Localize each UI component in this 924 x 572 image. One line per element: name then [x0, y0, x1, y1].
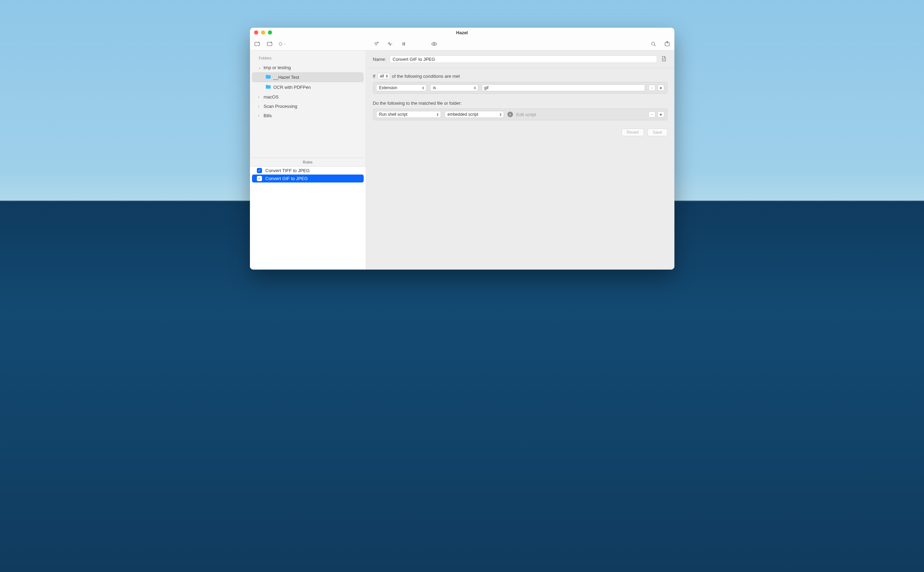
folder-group-tmp-or-testing[interactable]: ⌄ tmp or testing [250, 63, 366, 72]
rules-list: ✓ Convert TIFF to JPEG ✓ Convert GIF to … [250, 166, 366, 270]
rule-item-convert-gif[interactable]: ✓ Convert GIF to JPEG [252, 174, 364, 182]
rule-label: Convert GIF to JPEG [266, 176, 308, 181]
folder-label: __Hazel Test [274, 75, 299, 80]
folder-item-hazel-test[interactable]: __Hazel Test [252, 72, 364, 82]
folder-icon [265, 84, 271, 90]
preview-button[interactable] [430, 40, 438, 48]
condition-value-input[interactable] [482, 84, 645, 91]
rule-item-convert-tiff[interactable]: ✓ Convert TIFF to JPEG [250, 166, 366, 174]
action-type-select[interactable]: Run shell script ▲▼ [376, 111, 441, 118]
add-folder-button[interactable] [254, 40, 261, 48]
folder-group-label: Bills [264, 113, 272, 118]
folder-group-label: Scan Processing [264, 104, 298, 109]
svg-point-7 [433, 43, 435, 45]
pause-button[interactable] [400, 40, 408, 48]
minimize-window-button[interactable] [261, 30, 265, 34]
folder-group-macos[interactable]: › macOS [250, 92, 366, 102]
conditions-intro: If all ▲▼ of the following conditions ar… [373, 73, 667, 79]
rule-checkbox[interactable]: ✓ [257, 176, 262, 181]
action-option-select[interactable]: embedded script ▲▼ [445, 111, 504, 118]
titlebar: Hazel [250, 28, 674, 37]
svg-point-6 [377, 42, 378, 43]
remove-folder-button[interactable] [266, 40, 274, 48]
revert-button[interactable]: Revert [622, 129, 644, 136]
condition-attribute-select[interactable]: Extension ▲▼ [376, 84, 426, 91]
folder-group-bills[interactable]: › Bills [250, 111, 366, 120]
share-export-button[interactable] [663, 40, 671, 48]
name-row: Name: [366, 50, 674, 68]
svg-point-3 [280, 44, 280, 44]
save-button[interactable]: Save [647, 129, 667, 136]
cond-suffix: of the following conditions are met [392, 74, 460, 79]
folder-label: OCR with PDFPen [274, 85, 311, 90]
toolbar: ⌄ [250, 37, 674, 50]
rule-label: Convert TIFF to JPEG [266, 168, 310, 173]
editor-buttons: Revert Save [366, 125, 674, 140]
chevron-right-icon: › [258, 95, 262, 99]
zoom-window-button[interactable] [268, 30, 272, 34]
content-area: Folders ⌄ tmp or testing __Hazel Test OC… [250, 50, 674, 270]
svg-point-4 [280, 44, 281, 44]
folder-item-ocr-pdfpen[interactable]: OCR with PDFPen [250, 82, 366, 92]
folders-panel: Folders ⌄ tmp or testing __Hazel Test OC… [250, 50, 366, 158]
folder-group-scan-processing[interactable]: › Scan Processing [250, 102, 366, 111]
activity-button[interactable] [386, 40, 394, 48]
condition-scope-select[interactable]: all ▲▼ [378, 73, 390, 79]
add-action-button[interactable]: + [658, 111, 664, 118]
remove-condition-button[interactable]: − [649, 85, 655, 91]
chevron-right-icon: › [258, 104, 262, 108]
folder-group-label: tmp or testing [264, 65, 291, 70]
folder-group-label: macOS [264, 94, 278, 99]
rules-header: Rules [250, 158, 366, 166]
actions-intro: Do the following to the matched file or … [373, 101, 667, 106]
edit-script-button[interactable]: Edit script [516, 112, 536, 117]
folder-icon [265, 74, 271, 80]
condition-row: Extension ▲▼ is ▲▼ − + [373, 82, 667, 94]
notes-button[interactable] [661, 56, 667, 62]
rule-checkbox[interactable]: ✓ [257, 168, 262, 173]
window-title: Hazel [456, 30, 468, 35]
sidebar: Folders ⌄ tmp or testing __Hazel Test OC… [250, 50, 366, 270]
chevron-right-icon: › [258, 114, 262, 118]
rule-name-input[interactable] [390, 55, 657, 63]
add-condition-button[interactable]: + [658, 85, 664, 91]
actions-section: Do the following to the matched file or … [366, 96, 674, 125]
condition-operator-select[interactable]: is ▲▼ [430, 84, 478, 91]
window-controls [254, 30, 272, 34]
folders-header: Folders [250, 54, 366, 63]
filter-button[interactable] [372, 40, 380, 48]
remove-action-button[interactable]: − [649, 111, 655, 118]
chevron-down-icon: ⌄ [258, 66, 262, 70]
name-label: Name: [373, 57, 386, 62]
svg-point-5 [281, 44, 281, 44]
cond-prefix: If [373, 74, 375, 79]
svg-point-8 [651, 42, 654, 45]
close-window-button[interactable] [254, 30, 258, 34]
search-button[interactable] [650, 40, 657, 48]
rule-editor: Name: If all ▲▼ of the following conditi… [366, 50, 674, 270]
app-window: Hazel ⌄ [250, 28, 674, 270]
info-icon[interactable]: i [507, 112, 513, 117]
action-row: Run shell script ▲▼ embedded script ▲▼ i… [373, 109, 667, 120]
conditions-section: If all ▲▼ of the following conditions ar… [366, 68, 674, 96]
more-menu-button[interactable]: ⌄ [278, 40, 286, 48]
